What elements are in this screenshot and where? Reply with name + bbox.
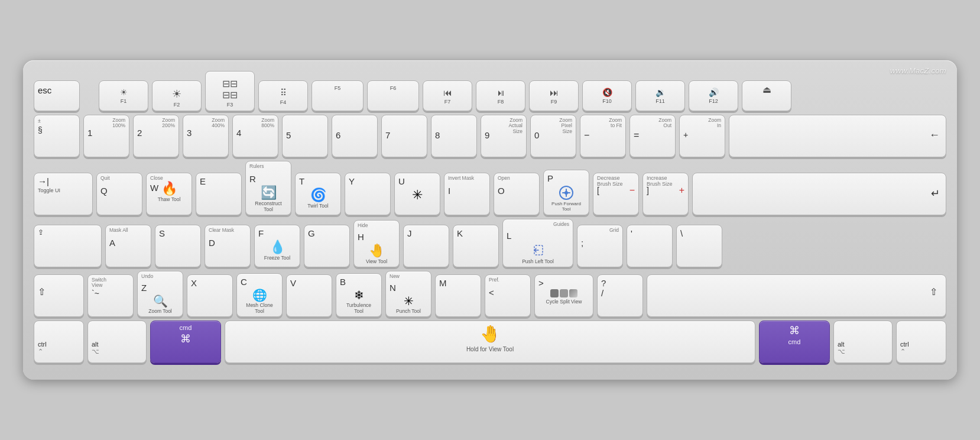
key-1[interactable]: Zoom100% 1	[83, 115, 129, 157]
key-ctrl-left[interactable]: ctrl ⌃	[34, 321, 84, 363]
open-label: Open	[498, 176, 510, 181]
zoom-out-label: ZoomOut	[658, 118, 671, 129]
key-m[interactable]: M	[435, 274, 481, 317]
number-row: ± § Zoom100% 1 Zoom200% 2 Zoom400% 3 Zoo…	[34, 115, 946, 157]
key-5[interactable]: 5	[282, 115, 328, 157]
key-f3[interactable]: ⊟⊟⊟⊟ F3	[205, 71, 255, 111]
key-f5[interactable]: F5	[311, 80, 364, 111]
key-q[interactable]: Quit Q	[96, 173, 142, 215]
reconstruct-tool-label: ReconstructTool	[249, 200, 287, 212]
spacebar-row: ctrl ⌃ alt ⌥ cmd ⌘ 🤚 Hold for View Tool …	[34, 321, 946, 363]
key-6[interactable]: 6	[332, 115, 378, 157]
key-s[interactable]: S	[155, 225, 201, 267]
twirl-tool-label: Twirl Tool	[299, 203, 337, 209]
key-p[interactable]: P Push ForwardTool	[543, 170, 589, 215]
key-t[interactable]: T 🌀 Twirl Tool	[295, 173, 341, 215]
key-e[interactable]: E	[196, 173, 242, 215]
svg-point-1	[564, 191, 568, 195]
key-tab[interactable]: →| Toggle UI	[34, 173, 93, 215]
key-3[interactable]: Zoom400% 3	[183, 115, 229, 157]
key-backspace[interactable]: ←	[729, 115, 946, 157]
key-lshift[interactable]: ⇧	[34, 274, 84, 317]
key-f2[interactable]: ☀ F2	[152, 80, 202, 111]
key-slash[interactable]: ? /	[597, 274, 643, 317]
key-cmd-right[interactable]: ⌘ cmd	[759, 321, 830, 363]
key-k[interactable]: K	[453, 225, 499, 267]
key-9[interactable]: ZoomActualSize 9	[481, 115, 527, 157]
key-7[interactable]: 7	[381, 115, 427, 157]
key-j[interactable]: J	[403, 225, 449, 267]
key-b[interactable]: B ❄ TurbulenceTool	[336, 273, 382, 317]
key-0[interactable]: ZoomPixelSize 0	[530, 115, 576, 157]
key-i[interactable]: Invert Mask I	[444, 173, 490, 215]
key-bracket-close[interactable]: IncreaseBrush Size ] +	[642, 173, 689, 215]
key-f11[interactable]: 🔉 F11	[635, 80, 685, 111]
key-z[interactable]: Undo Z 🔍 Zoom Tool	[137, 271, 183, 317]
key-period[interactable]: > Cycle Split View	[534, 274, 593, 317]
key-f10[interactable]: 🔇 F10	[582, 80, 632, 111]
key-a[interactable]: Mask All A	[105, 225, 151, 267]
key-y[interactable]: Y	[345, 173, 391, 215]
key-h[interactable]: Hide H 🤚 View Tool	[353, 220, 400, 267]
key-v[interactable]: V	[286, 274, 332, 317]
key-f6[interactable]: F6	[367, 80, 419, 111]
qwerty-row: →| Toggle UI Quit Q Close W 🔥 Thaw Tool …	[34, 161, 946, 215]
keyboard: www.MacZ.com esc ☀ F1 ☀ F2 ⊟⊟⊟⊟ F3	[23, 60, 957, 380]
zoom800-label: Zoom800%	[261, 118, 274, 129]
key-cmd-left[interactable]: cmd ⌘	[150, 321, 221, 363]
key-ctrl-right[interactable]: ctrl ⌃	[896, 321, 946, 363]
zoom-pixel-label: ZoomPixelSize	[559, 118, 572, 134]
key-8[interactable]: 8	[431, 115, 477, 157]
key-f12[interactable]: 🔊 F12	[689, 80, 738, 111]
key-f1[interactable]: ☀ F1	[99, 80, 148, 111]
key-rshift[interactable]: ⇧	[647, 274, 946, 317]
key-f[interactable]: F 💧 Freeze Tool	[254, 225, 300, 267]
key-backslash[interactable]: \	[676, 225, 722, 267]
key-caps[interactable]: ⇪	[34, 225, 102, 267]
key-alt-right[interactable]: alt ⌥	[833, 321, 893, 363]
key-f4[interactable]: ⠿ F4	[258, 80, 308, 111]
zoom100-label: Zoom100%	[112, 118, 125, 129]
key-plus[interactable]: ZoomIn +	[679, 115, 725, 157]
key-esc[interactable]: esc	[34, 80, 80, 111]
key-n[interactable]: New N ✳ Punch Tool	[385, 271, 431, 317]
key-alt-left[interactable]: alt ⌥	[87, 321, 147, 363]
key-bracket-open[interactable]: DecreaseBrush Size [ −	[593, 173, 639, 215]
key-equals[interactable]: ZoomOut =	[629, 115, 676, 157]
function-row: esc ☀ F1 ☀ F2 ⊟⊟⊟⊟ F3 ⠿ F4	[34, 71, 946, 111]
key-quote[interactable]: '	[627, 225, 673, 267]
clear-mask-label: Clear Mask	[209, 228, 234, 233]
key-d[interactable]: Clear Mask D	[205, 225, 251, 267]
key-eject[interactable]: ⏏	[742, 80, 791, 111]
key-backtick[interactable]: ± §	[34, 115, 80, 157]
zoom-in-label: ZoomIn	[708, 118, 721, 129]
key-u[interactable]: U ✳	[394, 173, 440, 215]
undo-label: Undo	[141, 274, 153, 279]
key-backtick2[interactable]: SwitchView `~	[87, 274, 134, 317]
key-f9[interactable]: ⏭ F9	[529, 80, 579, 111]
mask-all-label: Mask All	[109, 228, 128, 233]
zoom-actual-label: ZoomActualSize	[508, 118, 523, 134]
key-g[interactable]: G	[304, 225, 350, 267]
pref-label: Pref.	[489, 277, 499, 283]
key-semicolon[interactable]: Grid ;	[577, 225, 623, 267]
key-o[interactable]: Open O	[494, 173, 540, 215]
key-x[interactable]: X	[187, 274, 233, 317]
key-2[interactable]: Zoom200% 2	[133, 115, 179, 157]
key-f8[interactable]: ⏯ F8	[476, 80, 525, 111]
key-enter-top[interactable]: ↵	[692, 173, 946, 215]
guides-label: Guides	[553, 222, 569, 227]
key-minus[interactable]: Zoomto Fit −	[580, 115, 626, 157]
key-comma[interactable]: Pref. <	[485, 274, 531, 317]
key-l[interactable]: Guides L Push Left Tool	[502, 219, 573, 267]
turbulence-label: TurbulenceTool	[346, 302, 371, 314]
key-c[interactable]: C 🌐 Mesh CloneTool	[236, 273, 283, 317]
key-w[interactable]: Close W 🔥 Thaw Tool	[146, 173, 192, 215]
key-4[interactable]: Zoom800% 4	[232, 115, 278, 157]
push-forward-tool-label: Push ForwardTool	[547, 201, 585, 212]
cycle-split-view-label: Cycle Split View	[546, 299, 582, 305]
thaw-tool-label: Thaw Tool	[158, 196, 181, 202]
key-r[interactable]: Rulers R 🔄 ReconstructTool	[245, 161, 291, 215]
key-spacebar[interactable]: 🤚 Hold for View Tool	[225, 321, 755, 363]
key-f7[interactable]: ⏮ F7	[423, 80, 472, 111]
